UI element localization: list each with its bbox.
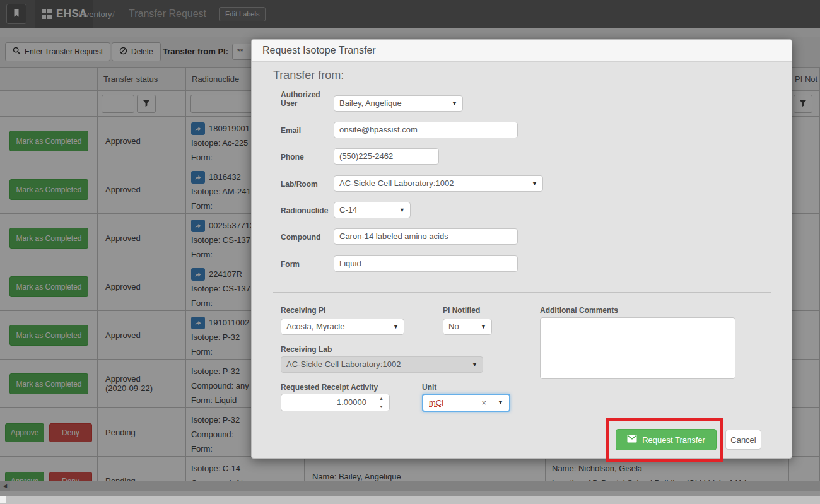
transfer-from-section-title: Transfer from: [273,69,344,82]
clear-icon[interactable]: × [481,395,486,411]
compound-label: Compound [281,233,320,242]
requested-receipt-activity-stepper[interactable]: 1.00000 ▲ ▼ [281,394,390,411]
chevron-down-icon: ▼ [452,96,457,112]
app-window: EHSA Inventory / Transfer Request Edit L… [0,0,820,504]
lab-room-select[interactable]: AC-Sickle Cell Laboratory:1002▼ [334,175,543,192]
modal-header: Request Isotope Transfer [252,40,792,62]
chevron-down-icon: ▼ [393,319,399,335]
cancel-button[interactable]: Cancel [725,430,761,450]
form-label: Form [281,260,300,269]
email-label: Email [281,126,301,135]
receiving-pi-label: Receiving PI [281,306,325,315]
request-isotope-transfer-modal: Request Isotope Transfer Transfer from: … [251,39,792,459]
unit-combobox[interactable]: mCi × ▼ [422,394,510,412]
pi-notified-value: No [448,322,459,331]
form-field[interactable]: Liquid [334,255,518,272]
additional-comments-label: Additional Comments [540,306,618,315]
scrollbar-thumb[interactable] [0,496,6,503]
lab-room-value: AC-Sickle Cell Laboratory:1002 [339,179,454,188]
unit-value[interactable]: mCi [429,395,443,411]
spinner-up-icon[interactable]: ▲ [373,394,389,402]
lab-room-label: Lab/Room [281,180,318,189]
receiving-pi-value: Acosta, Myracle [286,322,344,331]
phone-field[interactable]: (550)225-2462 [334,148,439,165]
receiving-lab-value: AC-Sickle Cell Laboratory:1002 [286,360,401,369]
receiving-pi-select[interactable]: Acosta, Myracle▼ [281,319,404,335]
email-field[interactable]: onsite@hpassist.com [334,122,518,138]
requested-receipt-activity-value[interactable]: 1.00000 [281,394,366,411]
annotation-highlight-box [606,418,723,462]
requested-receipt-activity-label: Requested Receipt Activity [281,383,378,392]
section-divider [273,292,771,293]
compound-field[interactable]: Caron-14 labeled amino acids [334,228,518,245]
authorized-user-label: Authorized User [281,90,326,108]
chevron-down-icon: ▼ [532,176,537,192]
chevron-down-icon[interactable]: ▼ [498,395,503,411]
pi-notified-select[interactable]: No▼ [443,319,492,335]
authorized-user-select[interactable]: Bailey, Angelique▼ [334,95,463,112]
combo-separator [491,397,491,408]
chevron-down-icon: ▼ [399,202,405,218]
chevron-down-icon: ▼ [472,357,477,373]
chevron-down-icon: ▼ [481,319,486,335]
spinner-down-icon[interactable]: ▼ [373,402,389,411]
receiving-lab-select[interactable]: AC-Sickle Cell Laboratory:1002▼ [281,356,483,373]
pi-notified-label: PI Notified [443,306,480,315]
additional-comments-textarea[interactable] [540,317,735,379]
receiving-lab-label: Receiving Lab [281,345,332,354]
authorized-user-value: Bailey, Angelique [339,98,402,108]
phone-label: Phone [281,153,304,161]
radionuclide-select[interactable]: C-14▼ [334,202,411,218]
radionuclide-label: Radionuclide [281,206,328,215]
modal-title: Request Isotope Transfer [252,40,792,61]
radionuclide-value: C-14 [339,205,357,214]
unit-label: Unit [422,383,436,392]
page-horizontal-scrollbar[interactable] [0,496,820,504]
